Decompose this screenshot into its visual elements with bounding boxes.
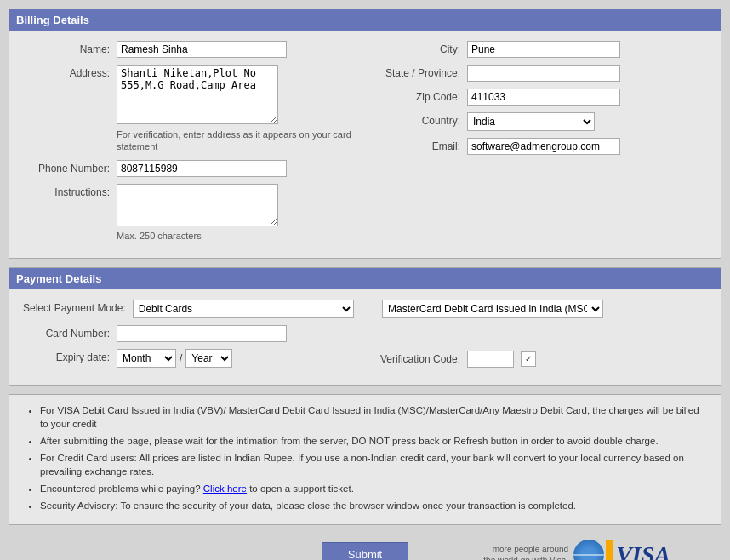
note-item: Security Advisory: To ensure the securit… xyxy=(40,499,707,512)
address-note: For verification, enter address as it ap… xyxy=(117,129,356,153)
visa-tagline: more people around the world go with Vis… xyxy=(483,544,568,560)
notes-section: For VISA Debit Card Issued in India (VBV… xyxy=(9,394,721,526)
name-input[interactable] xyxy=(117,41,287,58)
visa-stripe-decoration xyxy=(606,540,613,560)
phone-input[interactable] xyxy=(117,160,287,177)
submit-button[interactable]: Submit xyxy=(322,542,408,560)
billing-section: Billing Details Name: Address: Shanti Ni… xyxy=(9,9,721,259)
phone-label: Phone Number: xyxy=(23,160,117,174)
name-label: Name: xyxy=(23,41,117,55)
expiry-label: Expiry date: xyxy=(23,349,117,363)
max-chars-note: Max. 250 characters xyxy=(117,231,356,241)
instructions-input[interactable] xyxy=(117,184,278,226)
state-input[interactable] xyxy=(467,65,620,82)
expiry-row: Expiry date: Month 01020304 05060708 091… xyxy=(23,349,356,368)
name-row: Name: xyxy=(23,41,356,58)
note-item: After submitting the page, please wait f… xyxy=(40,434,707,448)
address-label: Address: xyxy=(23,65,117,79)
verification-input[interactable] xyxy=(467,351,514,368)
note-item: Encountered problems while paying? Click… xyxy=(40,482,707,495)
visa-branding: more people around the world go with Vis… xyxy=(483,540,670,560)
phone-row: Phone Number: xyxy=(23,160,356,177)
country-row: Country: India xyxy=(374,112,707,131)
email-label: Email: xyxy=(374,138,467,152)
zip-label: Zip Code: xyxy=(374,89,467,103)
instructions-row: Instructions: Max. 250 characters xyxy=(23,184,356,241)
country-label: Country: xyxy=(374,112,467,127)
address-input[interactable]: Shanti Niketan,Plot No 555,M.G Road,Camp… xyxy=(117,65,278,124)
billing-left-col: Name: Address: Shanti Niketan,Plot No 55… xyxy=(23,41,356,248)
billing-header: Billing Details xyxy=(9,9,721,31)
address-row: Address: Shanti Niketan,Plot No 555,M.G … xyxy=(23,65,356,153)
state-row: State / Province: xyxy=(374,65,707,82)
state-label: State / Province: xyxy=(374,65,467,79)
card-type-row: MasterCard Debit Card Issued in India (M… xyxy=(374,300,707,318)
verification-info-icon[interactable]: ✓ xyxy=(521,351,536,367)
verification-label: Verification Code: xyxy=(374,351,467,365)
email-input[interactable] xyxy=(467,138,620,155)
expiry-separator: / xyxy=(180,352,182,364)
note-item: For Credit Card users: All prices are li… xyxy=(40,451,707,478)
city-label: City: xyxy=(374,41,467,55)
zip-input[interactable] xyxy=(467,89,620,106)
submit-area: Submit more people around the world go w… xyxy=(9,534,721,560)
payment-left-col: Select Payment Mode: Debit Cards Card Nu… xyxy=(23,300,356,374)
payment-mode-label: Select Payment Mode: xyxy=(23,300,133,314)
verification-row: Verification Code: ✓ xyxy=(374,351,707,368)
card-type-select[interactable]: MasterCard Debit Card Issued in India (M… xyxy=(382,300,603,318)
card-type-spacer xyxy=(374,300,382,302)
visa-wordmark: VISA xyxy=(616,541,670,560)
click-here-link[interactable]: Click here xyxy=(203,483,247,494)
billing-right-col: City: State / Province: Zip Code: xyxy=(374,41,707,248)
city-row: City: xyxy=(374,41,707,58)
year-select[interactable]: Year 2024202520262027 202820292030 xyxy=(185,349,232,368)
month-select[interactable]: Month 01020304 05060708 09101112 xyxy=(117,349,176,368)
zip-row: Zip Code: xyxy=(374,89,707,106)
payment-header: Payment Details xyxy=(9,268,721,289)
payment-section: Payment Details Select Payment Mode: Deb… xyxy=(9,267,721,386)
payment-mode-row: Select Payment Mode: Debit Cards xyxy=(23,300,356,318)
visa-globe-icon xyxy=(573,540,604,560)
city-input[interactable] xyxy=(467,41,620,58)
visa-logo: VISA xyxy=(573,540,670,560)
payment-mode-select[interactable]: Debit Cards xyxy=(133,300,354,318)
note-item: For VISA Debit Card Issued in India (VBV… xyxy=(40,403,707,431)
card-number-row: Card Number: xyxy=(23,325,356,342)
notes-list: For VISA Debit Card Issued in India (VBV… xyxy=(40,403,707,513)
card-number-input[interactable] xyxy=(117,325,287,342)
instructions-label: Instructions: xyxy=(23,184,117,198)
card-number-label: Card Number: xyxy=(23,325,117,340)
email-row: Email: xyxy=(374,138,707,155)
payment-right-col: MasterCard Debit Card Issued in India (M… xyxy=(374,300,707,374)
country-select[interactable]: India xyxy=(467,112,595,131)
